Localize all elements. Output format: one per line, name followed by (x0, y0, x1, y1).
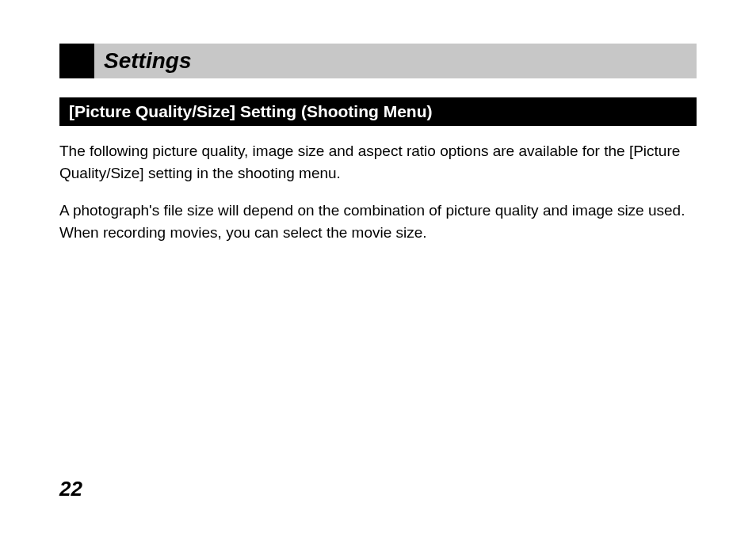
section-title-marker (59, 44, 94, 78)
page-number: 22 (59, 477, 82, 501)
section-title-background: Settings (94, 44, 697, 78)
section-title-text: Settings (104, 48, 191, 74)
body-paragraph-2: A photograph's file size will depend on … (59, 200, 697, 243)
body-paragraph-1: The following picture quality, image siz… (59, 140, 697, 184)
section-title-bar: Settings (59, 44, 697, 78)
sub-heading-bar: [Picture Quality/Size] Setting (Shooting… (59, 97, 697, 126)
sub-heading-text: [Picture Quality/Size] Setting (Shooting… (69, 102, 433, 120)
